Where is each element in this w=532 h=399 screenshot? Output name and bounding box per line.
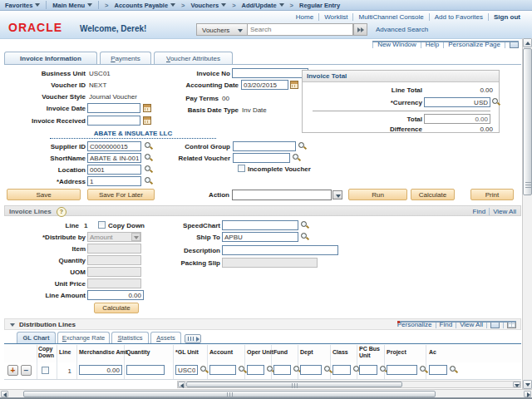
save-for-later-button[interactable]: Save For Later xyxy=(87,189,155,200)
breadcrumb-item-vouchers[interactable]: Vouchers xyxy=(191,2,227,9)
description-field[interactable] xyxy=(222,245,338,255)
row-pc-bus-unit-field[interactable] xyxy=(359,365,377,375)
accounting-date-field[interactable] xyxy=(241,80,288,90)
row-class-field[interactable] xyxy=(332,365,351,375)
search-go-button[interactable] xyxy=(353,23,367,36)
ship-to-field[interactable] xyxy=(222,232,298,242)
project-lookup-icon[interactable] xyxy=(419,365,428,374)
row-dept-field[interactable] xyxy=(300,365,322,375)
http-icon[interactable] xyxy=(510,41,519,48)
run-button[interactable]: Run xyxy=(348,189,407,200)
location-field[interactable] xyxy=(87,165,141,175)
invoice-received-field[interactable] xyxy=(87,116,140,126)
distribution-links: Personalize Find View All xyxy=(397,321,516,328)
page-hscroll-thumb[interactable] xyxy=(23,391,436,397)
row-quantity-field[interactable] xyxy=(126,365,165,375)
action-select[interactable] xyxy=(232,190,332,200)
save-button[interactable]: Save xyxy=(7,189,81,200)
help-icon[interactable] xyxy=(57,207,66,217)
page-vscroll-thumb[interactable] xyxy=(523,48,532,195)
copy-down-checkbox[interactable] xyxy=(98,221,106,229)
control-group-lookup-icon[interactable] xyxy=(298,141,307,150)
multichannel-console-link[interactable]: MultiChannel Console xyxy=(358,13,423,21)
line-amount-field[interactable] xyxy=(87,290,144,300)
tab-gl-chart[interactable]: GL Chart xyxy=(17,332,56,343)
total-field[interactable] xyxy=(424,114,490,124)
speedchart-lookup-icon[interactable] xyxy=(300,220,309,229)
row-clipped-field[interactable] xyxy=(429,365,447,375)
invoice-date-field[interactable] xyxy=(87,103,140,113)
scroll-left-button[interactable] xyxy=(1,391,8,397)
address-field[interactable] xyxy=(87,176,141,186)
row-fund-field[interactable] xyxy=(273,365,291,375)
grid-hscrollbar[interactable] xyxy=(177,381,521,388)
distribute-by-select[interactable]: Amount xyxy=(87,232,141,242)
scroll-down-button[interactable] xyxy=(523,380,532,389)
home-link[interactable]: Home xyxy=(296,13,313,21)
location-lookup-icon[interactable] xyxy=(144,165,153,174)
page-vscrollbar[interactable] xyxy=(522,38,532,389)
collapse-section-icon[interactable] xyxy=(10,323,15,327)
add-to-favorites-link[interactable]: Add to Favorites xyxy=(435,13,483,21)
row-gl-unit-field[interactable] xyxy=(175,365,198,375)
supplier-name-link[interactable]: ABATE & INSULATE LLC xyxy=(50,130,216,139)
invoice-no-field[interactable] xyxy=(232,68,308,78)
breadcrumb-item-regular-entry[interactable]: Regular Entry xyxy=(299,2,340,9)
search-input[interactable] xyxy=(247,23,353,36)
tab-payments[interactable]: Payments xyxy=(100,52,151,65)
zoom-grid-icon[interactable] xyxy=(490,321,500,328)
supplier-id-field[interactable] xyxy=(87,141,141,151)
row-project-field[interactable] xyxy=(387,365,417,375)
row-account-field[interactable] xyxy=(209,365,236,375)
advanced-search-link[interactable]: Advanced Search xyxy=(376,26,428,33)
line-calculate-button[interactable]: Calculate xyxy=(94,303,139,313)
scroll-left-button[interactable] xyxy=(178,382,185,387)
worklist-link[interactable]: Worklist xyxy=(324,13,347,21)
tab-statistics[interactable]: Statistics xyxy=(111,332,149,343)
tab-invoice-information[interactable]: Invoice Information xyxy=(4,52,97,65)
shortname-field[interactable] xyxy=(87,153,141,163)
find-link[interactable]: Find xyxy=(473,208,486,215)
control-group-field[interactable] xyxy=(233,141,296,151)
row-oper-unit-field[interactable] xyxy=(247,365,264,375)
row-merchandise-amt-field[interactable] xyxy=(79,365,122,375)
calendar-icon[interactable] xyxy=(143,116,151,125)
tab-voucher-attributes[interactable]: Voucher Attributes xyxy=(154,52,233,65)
calculate-button[interactable]: Calculate xyxy=(411,189,455,200)
related-voucher-field[interactable] xyxy=(233,153,290,163)
dept-lookup-icon[interactable] xyxy=(323,365,332,374)
currency-lookup-icon[interactable] xyxy=(491,97,500,106)
ship-to-lookup-icon[interactable] xyxy=(300,232,309,241)
account-lookup-icon[interactable] xyxy=(238,365,247,374)
row-copy-down-checkbox[interactable] xyxy=(42,367,49,374)
sign-out-link[interactable]: Sign out xyxy=(494,13,520,21)
tab-exchange-rate[interactable]: Exchange Rate xyxy=(57,332,110,343)
scroll-up-button[interactable] xyxy=(523,38,532,47)
related-voucher-lookup-icon[interactable] xyxy=(292,153,301,162)
print-button[interactable]: Print xyxy=(470,189,514,200)
search-scope-dropdown[interactable]: Vouchers xyxy=(196,23,248,36)
page-hscrollbar[interactable] xyxy=(0,389,532,397)
speedchart-field[interactable] xyxy=(222,220,298,230)
breadcrumb-item-main-menu[interactable]: Main Menu xyxy=(52,2,92,9)
scroll-down-button[interactable] xyxy=(513,382,520,387)
view-all-link[interactable]: View All xyxy=(493,208,516,215)
show-all-columns-button[interactable] xyxy=(185,334,201,343)
breadcrumb-item-favorites[interactable]: Favorites xyxy=(5,2,40,9)
breadcrumb-item-add-update[interactable]: Add/Update xyxy=(242,2,284,9)
incomplete-voucher-checkbox[interactable] xyxy=(238,165,245,172)
tab-underline xyxy=(4,64,521,65)
address-lookup-icon[interactable] xyxy=(144,176,153,185)
add-row-button[interactable]: + xyxy=(7,365,18,376)
grid-hscroll-thumb[interactable] xyxy=(186,382,402,387)
action-dropdown-button[interactable] xyxy=(332,190,342,200)
scroll-right-button[interactable] xyxy=(524,391,531,397)
clipped-lookup-icon[interactable] xyxy=(449,365,458,374)
breadcrumb-item-accounts-payable[interactable]: Accounts Payable xyxy=(115,2,176,9)
address-label: *Address xyxy=(4,178,86,185)
tab-assets[interactable]: Assets xyxy=(150,332,181,343)
gl-unit-lookup-icon[interactable] xyxy=(200,365,209,374)
currency-field[interactable] xyxy=(424,97,490,107)
delete-row-button[interactable]: − xyxy=(21,365,32,376)
calendar-icon[interactable] xyxy=(290,81,298,89)
